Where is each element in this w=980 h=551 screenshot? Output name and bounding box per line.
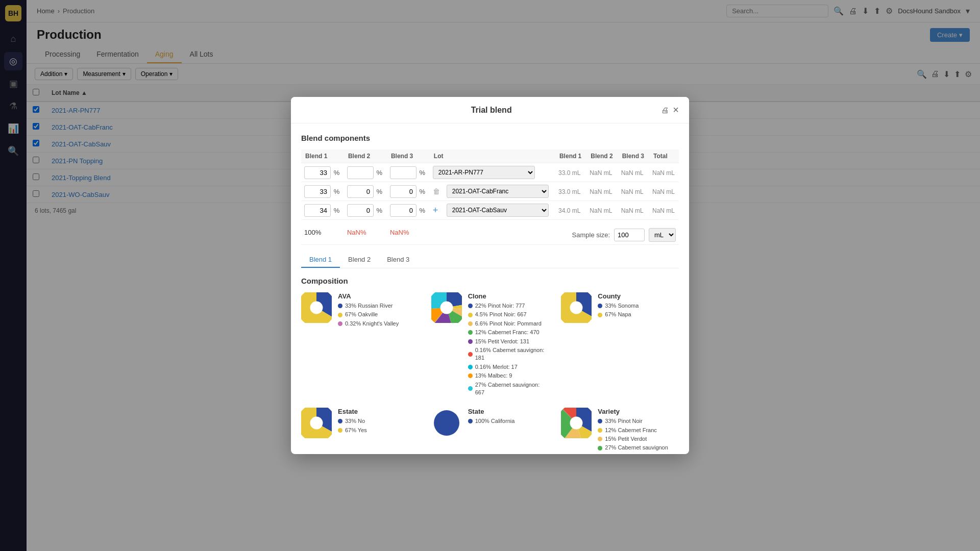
sample-size-input[interactable] — [614, 229, 645, 241]
county-legend: County 33% Sonoma 67% Napa — [598, 292, 639, 320]
sample-size-row: Sample size: mL — [447, 228, 676, 242]
legend-item: 4.5% Pinot Noir: 667 — [468, 311, 549, 318]
add-row-icon[interactable]: + — [433, 205, 438, 215]
comp-card-clone: Clone 22% Pinot Noir: 777 4.5% Pinot Noi… — [431, 292, 549, 397]
legend-item: 33% Pinot Noir — [598, 417, 668, 425]
ava-pie-chart — [301, 292, 332, 323]
sample-unit-select[interactable]: mL — [649, 228, 676, 242]
legend-item: 15% Petit Verdot — [598, 435, 668, 443]
col-blend2-result: Blend 2 — [586, 149, 618, 163]
delete-icon-row2[interactable]: 🗑 — [433, 187, 440, 195]
legend-item: 67% Yes — [338, 427, 367, 434]
legend-item: 22% Pinot Noir: 777 — [468, 302, 549, 310]
legend-item: 12% Cabernet Franc — [598, 427, 668, 434]
result-b1-row1: 33.0 mL — [558, 169, 580, 177]
blend-components-table: Blend 1 Blend 2 Blend 3 Lot Blend 1 Blen… — [301, 149, 679, 245]
legend-item: 67% Napa — [598, 311, 639, 318]
blend-row: % % % 🗑 2021-OAT-CabFranc 33.0 mL NaN mL… — [301, 182, 679, 201]
print-icon[interactable]: 🖨 — [661, 106, 669, 114]
result-b3-row2: NaN mL — [621, 188, 644, 195]
blend-tab-1[interactable]: Blend 1 — [301, 252, 340, 268]
modal-close-button[interactable]: × — [673, 104, 679, 116]
lot-select-row1[interactable]: 2021-AR-PN777 — [433, 166, 535, 179]
legend-item: 33% Russian River — [338, 302, 399, 310]
total-b2: NaN% — [347, 229, 366, 236]
legend-item: 15% Petit Verdot: 131 — [468, 338, 549, 345]
blend-row: % % % 2021-AR-PN777 33.0 mL NaN mL NaN m… — [301, 163, 679, 182]
estate-pie-chart — [301, 408, 332, 438]
col-lot: Lot — [430, 149, 555, 163]
legend-item: 0.16% Merlot: 17 — [468, 363, 549, 371]
legend-item: 27% Cabernet sauvignon — [598, 444, 668, 452]
blend2-input-row1[interactable] — [347, 166, 374, 179]
col-blend2: Blend 2 — [344, 149, 387, 163]
composition-title: Composition — [301, 277, 679, 285]
modal-overlay[interactable]: Trial blend 🖨 × Blend components Blend 1… — [0, 0, 980, 551]
result-b1-row2: 33.0 mL — [558, 188, 580, 195]
col-blend3-result: Blend 3 — [618, 149, 649, 163]
legend-item: 100% California — [468, 417, 515, 425]
result-b2-row3: NaN mL — [590, 207, 612, 214]
blend2-input-row3[interactable] — [347, 204, 374, 217]
result-total-row1: NaN mL — [652, 169, 675, 177]
legend-item: 0.16% Merlot — [598, 453, 668, 454]
composition-row2: Estate 33% No 67% Yes State 100% Califor… — [301, 408, 679, 454]
blend-components-title: Blend components — [301, 134, 679, 142]
blend1-input-row1[interactable] — [304, 166, 331, 179]
legend-item: 0.32% Knight's Valley — [338, 320, 399, 328]
comp-card-state: State 100% California — [431, 408, 549, 454]
trial-blend-modal: Trial blend 🖨 × Blend components Blend 1… — [291, 97, 689, 454]
legend-item: 6.6% Pinot Noir: Pommard — [468, 320, 549, 328]
clone-pie-chart — [431, 292, 462, 323]
clone-legend: Clone 22% Pinot Noir: 777 4.5% Pinot Noi… — [468, 292, 549, 397]
blend2-input-row2[interactable] — [347, 185, 374, 198]
blend3-input-row1[interactable] — [390, 166, 416, 179]
comp-card-ava: AVA 33% Russian River 67% Oakville 0.32%… — [301, 292, 419, 397]
estate-legend: Estate 33% No 67% Yes — [338, 408, 367, 435]
result-total-row3: NaN mL — [652, 207, 675, 214]
blend-tab-2[interactable]: Blend 2 — [340, 252, 379, 268]
variety-pie-chart — [561, 408, 592, 438]
state-legend: State 100% California — [468, 408, 515, 426]
blend3-input-row2[interactable] — [390, 185, 416, 198]
blend-tabs: Blend 1 Blend 2 Blend 3 — [301, 252, 679, 268]
blend-row: % % % + 2021-OAT-CabSauv 34.0 mL NaN mL … — [301, 201, 679, 220]
blend3-input-row3[interactable] — [390, 204, 416, 217]
total-b1: 100% — [304, 229, 321, 236]
legend-item: 27% Cabernet sauvignon: 667 — [468, 381, 549, 397]
modal-title: Trial blend — [322, 106, 661, 115]
legend-item: 12% Cabernet Franc: 470 — [468, 329, 549, 336]
legend-item: 0.16% Cabernet sauvignon: 181 — [468, 346, 549, 362]
lot-select-row3[interactable]: 2021-OAT-CabSauv — [447, 204, 549, 217]
sample-size-label: Sample size: — [572, 231, 610, 239]
ava-legend: AVA 33% Russian River 67% Oakville 0.32%… — [338, 292, 399, 329]
col-blend1: Blend 1 — [301, 149, 344, 163]
legend-item: 33% Sonoma — [598, 302, 639, 310]
county-pie-chart — [561, 292, 592, 323]
blend1-input-row2[interactable] — [304, 185, 331, 198]
legend-item: 33% No — [338, 417, 367, 425]
col-total: Total — [649, 149, 679, 163]
lot-select-row2[interactable]: 2021-OAT-CabFranc — [447, 185, 549, 198]
comp-card-county: County 33% Sonoma 67% Napa — [561, 292, 679, 397]
variety-legend: Variety 33% Pinot Noir 12% Cabernet Fran… — [598, 408, 668, 454]
composition-row1: AVA 33% Russian River 67% Oakville 0.32%… — [301, 292, 679, 397]
blend1-input-row3[interactable] — [304, 204, 331, 217]
blend-tab-3[interactable]: Blend 3 — [379, 252, 418, 268]
result-b2-row2: NaN mL — [590, 188, 612, 195]
modal-header: Trial blend 🖨 × — [291, 97, 689, 123]
state-pie-chart — [431, 408, 462, 438]
result-b2-row1: NaN mL — [590, 169, 612, 177]
legend-item: 67% Oakville — [338, 311, 399, 318]
result-b3-row1: NaN mL — [621, 169, 644, 177]
col-blend3: Blend 3 — [387, 149, 430, 163]
comp-card-variety: Variety 33% Pinot Noir 12% Cabernet Fran… — [561, 408, 679, 454]
result-total-row2: NaN mL — [652, 188, 675, 195]
modal-body: Blend components Blend 1 Blend 2 Blend 3… — [291, 123, 689, 454]
comp-card-estate: Estate 33% No 67% Yes — [301, 408, 419, 454]
result-b1-row3: 34.0 mL — [558, 207, 580, 214]
col-blend1-result: Blend 1 — [555, 149, 586, 163]
legend-item: 13% Malbec: 9 — [468, 372, 549, 380]
result-b3-row3: NaN mL — [621, 207, 644, 214]
blend-total-row: 100% NaN% NaN% Sample size: mL — [301, 220, 679, 245]
